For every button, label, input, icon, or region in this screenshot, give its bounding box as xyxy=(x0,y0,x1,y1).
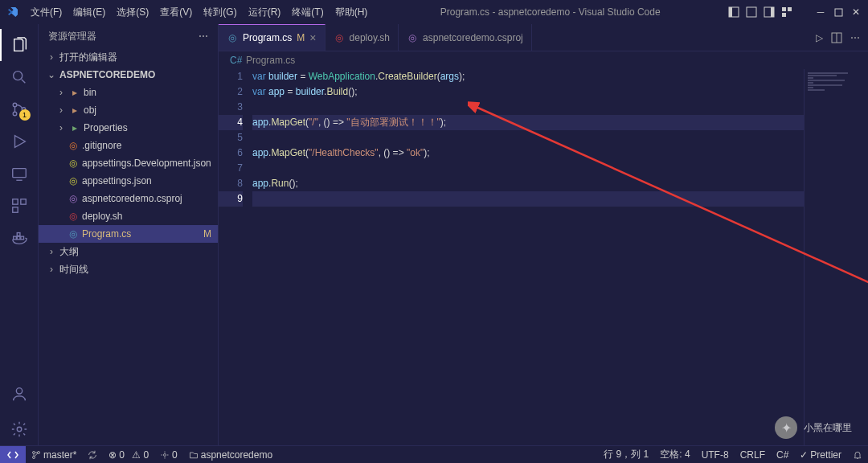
svg-rect-8 xyxy=(835,9,842,16)
folder-Properties[interactable]: ›▸Properties xyxy=(39,119,218,137)
watermark: ✦ 小黑在哪里 xyxy=(775,416,852,439)
folder-obj[interactable]: ›▸obj xyxy=(39,101,218,119)
file-.gitignore[interactable]: ◎.gitignore xyxy=(39,137,218,154)
status-encoding[interactable]: UTF-8 xyxy=(696,446,735,464)
minimap[interactable] xyxy=(804,69,868,445)
tab-aspnetcoredemo.csproj[interactable]: ◎aspnetcoredemo.csproj xyxy=(399,24,532,51)
tab-deploy.sh[interactable]: ◎deploy.sh xyxy=(326,24,399,51)
svg-rect-13 xyxy=(12,169,26,178)
remote-indicator[interactable] xyxy=(0,446,26,464)
status-sync[interactable] xyxy=(82,446,103,464)
activity-explorer[interactable] xyxy=(0,29,39,61)
more-editor-icon[interactable]: ⋯ xyxy=(850,32,860,43)
menu-terminal[interactable]: 终端(T) xyxy=(287,2,328,23)
svg-point-10 xyxy=(13,103,17,107)
menu-view[interactable]: 查看(V) xyxy=(155,2,197,23)
section-timeline[interactable]: ›时间线 xyxy=(39,260,218,278)
svg-rect-19 xyxy=(20,236,23,240)
svg-rect-17 xyxy=(13,236,16,240)
menu-edit[interactable]: 编辑(E) xyxy=(68,2,110,23)
section-workspace[interactable]: ⌄ASPNETCOREDEMO xyxy=(39,66,218,84)
status-spaces[interactable]: 空格: 4 xyxy=(654,446,695,464)
file-icon: ◎ xyxy=(68,211,79,222)
split-editor-icon[interactable] xyxy=(831,32,842,43)
file-Program.cs[interactable]: ◎Program.csM xyxy=(39,225,218,243)
activity-extensions[interactable] xyxy=(0,190,39,222)
svg-rect-1 xyxy=(729,7,732,17)
file-aspnetcoredemo.csproj[interactable]: ◎aspnetcoredemo.csproj xyxy=(39,190,218,207)
svg-point-29 xyxy=(164,453,166,456)
activity-remote[interactable] xyxy=(0,158,39,190)
svg-rect-20 xyxy=(17,233,20,236)
window-title: Program.cs - aspnetcoredemo - Visual Stu… xyxy=(372,6,728,18)
activity-scm[interactable]: 1 xyxy=(0,93,39,125)
section-outline[interactable]: ›大纲 xyxy=(39,243,218,260)
wechat-icon: ✦ xyxy=(775,416,797,439)
status-eol[interactable]: CRLF xyxy=(735,446,771,464)
folder-icon: ▸ xyxy=(69,104,80,116)
sidebar-more-icon[interactable]: ⋯ xyxy=(199,31,208,42)
code-editor[interactable]: 123456789 var builder = WebApplication.C… xyxy=(219,69,868,445)
file-deploy.sh[interactable]: ◎deploy.sh xyxy=(39,207,218,225)
layout-bottom-icon[interactable] xyxy=(746,6,757,18)
svg-point-11 xyxy=(13,112,17,116)
layout-primary-icon[interactable] xyxy=(728,6,739,18)
file-tree: ›打开的编辑器 ⌄ASPNETCOREDEMO ›▸bin›▸obj›▸Prop… xyxy=(39,48,218,445)
menu-run[interactable]: 运行(R) xyxy=(244,2,286,23)
activity-debug[interactable] xyxy=(0,125,39,158)
editor-tabs: ◎Program.csM×◎deploy.sh◎aspnetcoredemo.c… xyxy=(219,24,868,51)
svg-rect-2 xyxy=(747,7,756,17)
menu-select[interactable]: 选择(S) xyxy=(112,2,154,23)
svg-rect-18 xyxy=(17,236,20,240)
line-gutter: 123456789 xyxy=(219,69,252,445)
status-branch[interactable]: master* xyxy=(26,446,82,464)
file-icon: ◎ xyxy=(68,140,79,151)
status-bell-icon[interactable] xyxy=(847,446,868,464)
file-icon: ◎ xyxy=(334,32,345,43)
file-icon: ◎ xyxy=(227,32,238,43)
layout-secondary-icon[interactable] xyxy=(764,6,775,18)
svg-rect-6 xyxy=(788,7,792,11)
maximize-icon[interactable] xyxy=(833,6,844,18)
title-bar: 文件(F) 编辑(E) 选择(S) 查看(V) 转到(G) 运行(R) 终端(T… xyxy=(0,0,868,24)
activity-settings[interactable] xyxy=(0,413,39,445)
folder-bin[interactable]: ›▸bin xyxy=(39,84,218,101)
svg-rect-15 xyxy=(20,199,25,204)
close-tab-icon[interactable]: × xyxy=(309,31,316,44)
folder-icon: ▸ xyxy=(69,87,80,98)
status-bar: master* ⊗0 ⚠0 0 aspnetcoredemo 行 9，列 1 空… xyxy=(0,445,868,463)
menu-file[interactable]: 文件(F) xyxy=(26,2,67,23)
status-project[interactable]: aspnetcoredemo xyxy=(183,446,278,464)
activity-docker[interactable] xyxy=(0,222,39,254)
tab-Program.cs[interactable]: ◎Program.csM× xyxy=(219,24,326,51)
folder-icon: ▸ xyxy=(69,122,80,133)
csharp-icon: C# xyxy=(230,55,241,66)
breadcrumb-label: Program.cs xyxy=(246,55,295,66)
menu-help[interactable]: 帮助(H) xyxy=(330,2,373,23)
status-prettier[interactable]: ✓ Prettier xyxy=(794,446,847,464)
menu-go[interactable]: 转到(G) xyxy=(199,2,241,23)
file-icon: ◎ xyxy=(68,175,79,186)
run-editor-icon[interactable]: ▷ xyxy=(816,32,823,43)
file-icon: ◎ xyxy=(68,228,79,240)
file-appsettings.Development.json[interactable]: ◎appsettings.Development.json xyxy=(39,154,218,172)
svg-point-27 xyxy=(33,456,35,458)
activity-search[interactable] xyxy=(0,61,39,93)
activity-account[interactable] xyxy=(0,378,39,410)
file-appsettings.json[interactable]: ◎appsettings.json xyxy=(39,172,218,190)
menu-bar: 文件(F) 编辑(E) 选择(S) 查看(V) 转到(G) 运行(R) 终端(T… xyxy=(26,2,372,23)
svg-point-26 xyxy=(33,451,35,453)
layout-customize-icon[interactable] xyxy=(781,6,792,18)
vscode-icon xyxy=(6,6,19,18)
svg-rect-5 xyxy=(782,7,786,11)
breadcrumb[interactable]: C# Program.cs xyxy=(219,51,868,69)
svg-rect-4 xyxy=(771,7,774,17)
code-lines[interactable]: var builder = WebApplication.CreateBuild… xyxy=(252,69,804,445)
status-problems[interactable]: ⊗0 ⚠0 xyxy=(103,446,154,464)
status-ports[interactable]: 0 xyxy=(154,446,183,464)
section-open-editors[interactable]: ›打开的编辑器 xyxy=(39,48,218,66)
status-cursor[interactable]: 行 9，列 1 xyxy=(598,446,654,464)
status-language[interactable]: C# xyxy=(771,446,794,464)
close-icon[interactable]: ✕ xyxy=(850,6,862,18)
minimize-icon[interactable]: ─ xyxy=(815,6,826,18)
